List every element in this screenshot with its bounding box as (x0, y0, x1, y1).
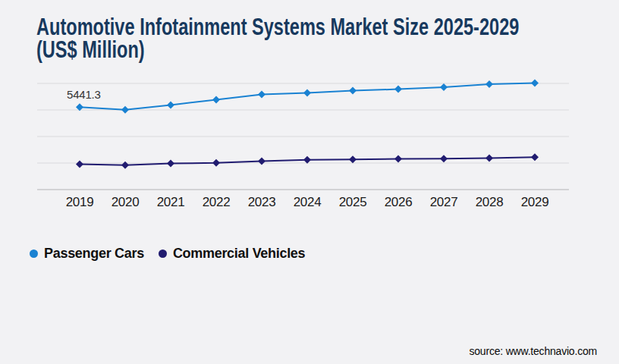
x-axis-label: 2026 (385, 195, 413, 209)
legend-item-passenger-cars: Passenger Cars (30, 246, 144, 262)
data-point-marker-passenger-cars (440, 83, 448, 91)
legend-marker-dot (159, 249, 167, 258)
data-point-marker-commercial-vehicles (485, 154, 493, 162)
data-point-marker-commercial-vehicles (531, 153, 539, 161)
data-point-marker-passenger-cars (167, 101, 174, 108)
data-point-marker-passenger-cars (303, 89, 311, 97)
x-axis-label: 2029 (521, 195, 549, 209)
data-label: 5441.3 (67, 88, 101, 101)
data-point-marker-passenger-cars (349, 87, 357, 95)
data-point-marker-passenger-cars (212, 96, 220, 103)
data-point-marker-commercial-vehicles (76, 160, 83, 168)
legend-marker-dot (30, 249, 38, 258)
data-point-marker-commercial-vehicles (167, 160, 174, 168)
x-axis-label: 2025 (339, 195, 367, 209)
x-axis-label: 2024 (294, 195, 322, 209)
x-axis-label: 2020 (112, 195, 140, 209)
data-point-marker-passenger-cars (258, 90, 266, 98)
source-attribution: source: www.technavio.com (469, 345, 597, 357)
data-point-marker-passenger-cars (485, 80, 493, 88)
data-point-marker-passenger-cars (121, 106, 129, 114)
legend-item-commercial-vehicles: Commercial Vehicles (159, 246, 305, 262)
x-axis-label: 2028 (476, 195, 504, 209)
x-axis-label: 2019 (66, 195, 94, 209)
chart-legend: Passenger CarsCommercial Vehicles (30, 246, 305, 262)
market-size-line-chart: 5441.32019202020212022202320242025202620… (0, 0, 619, 364)
x-axis-label: 2023 (248, 195, 276, 209)
x-axis-label: 2021 (157, 195, 185, 209)
data-point-marker-commercial-vehicles (440, 155, 448, 162)
data-point-marker-commercial-vehicles (349, 155, 357, 163)
data-point-marker-commercial-vehicles (394, 155, 402, 163)
legend-label: Passenger Cars (44, 246, 144, 262)
x-axis-label: 2022 (203, 195, 231, 209)
market-size-infographic: Automotive Infotainment Systems Market S… (0, 0, 619, 364)
legend-label: Commercial Vehicles (173, 246, 305, 262)
data-point-marker-commercial-vehicles (212, 159, 220, 167)
data-point-marker-commercial-vehicles (121, 162, 129, 169)
data-point-marker-commercial-vehicles (303, 156, 311, 164)
data-point-marker-commercial-vehicles (258, 158, 266, 165)
data-point-marker-passenger-cars (531, 79, 539, 86)
x-axis-label: 2027 (430, 195, 458, 209)
data-point-marker-passenger-cars (394, 86, 402, 93)
